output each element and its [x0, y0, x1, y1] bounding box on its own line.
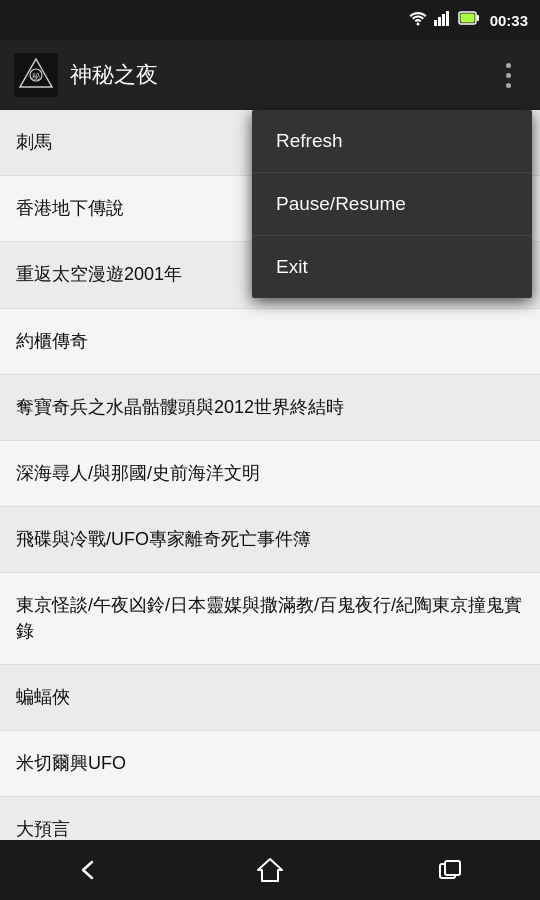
list-item[interactable]: 米切爾興UFO	[0, 731, 540, 797]
svg-rect-6	[460, 14, 474, 23]
list-item-text: 重返太空漫遊2001年	[16, 264, 182, 284]
list-item[interactable]: 大預言	[0, 797, 540, 840]
menu-item-pause-resume[interactable]: Pause/Resume	[252, 173, 532, 236]
svg-rect-5	[476, 15, 479, 21]
battery-icon	[458, 11, 480, 29]
list-item-text: 蝙蝠俠	[16, 687, 70, 707]
dot2	[506, 73, 511, 78]
list-item[interactable]: 蝙蝠俠	[0, 665, 540, 731]
svg-rect-0	[434, 20, 437, 26]
list-item[interactable]: 深海尋人/與那國/史前海洋文明	[0, 441, 540, 507]
nav-bar	[0, 840, 540, 900]
dropdown-menu: RefreshPause/ResumeExit	[252, 110, 532, 298]
dot3	[506, 83, 511, 88]
back-button[interactable]	[60, 850, 120, 890]
dot1	[506, 63, 511, 68]
svg-rect-13	[445, 861, 460, 875]
overflow-menu-button[interactable]	[490, 57, 526, 93]
status-icons: 00:33	[408, 10, 528, 30]
app-bar: 秘 神秘之夜	[0, 40, 540, 110]
svg-text:秘: 秘	[32, 72, 40, 81]
list-item-text: 大預言	[16, 819, 70, 839]
list-item[interactable]: 約櫃傳奇	[0, 309, 540, 375]
list-item[interactable]: 飛碟與冷戰/UFO專家離奇死亡事件簿	[0, 507, 540, 573]
svg-rect-2	[442, 14, 445, 26]
status-bar: 00:33	[0, 0, 540, 40]
time-display: 00:33	[490, 12, 528, 29]
list-item-text: 深海尋人/與那國/史前海洋文明	[16, 463, 260, 483]
app-title: 神秘之夜	[70, 60, 490, 90]
wifi-icon	[408, 10, 428, 30]
svg-rect-1	[438, 17, 441, 26]
list-item-text: 東京怪談/午夜凶鈴/日本靈媒與撒滿教/百鬼夜行/紀陶東京撞鬼實錄	[16, 595, 522, 640]
recents-button[interactable]	[420, 850, 480, 890]
list-item-text: 米切爾興UFO	[16, 753, 126, 773]
menu-item-refresh[interactable]: Refresh	[252, 110, 532, 173]
list-item-text: 約櫃傳奇	[16, 331, 88, 351]
list-item[interactable]: 東京怪談/午夜凶鈴/日本靈媒與撒滿教/百鬼夜行/紀陶東京撞鬼實錄	[0, 573, 540, 664]
list-item-text: 飛碟與冷戰/UFO專家離奇死亡事件簿	[16, 529, 311, 549]
app-logo: 秘	[14, 53, 58, 97]
list-item-text: 刺馬	[16, 132, 52, 152]
list-item-text: 香港地下傳說	[16, 198, 124, 218]
list-item[interactable]: 奪寶奇兵之水晶骷髏頭與2012世界終結時	[0, 375, 540, 441]
list-item-text: 奪寶奇兵之水晶骷髏頭與2012世界終結時	[16, 397, 344, 417]
menu-item-exit[interactable]: Exit	[252, 236, 532, 298]
svg-marker-11	[258, 859, 282, 881]
signal-icon	[434, 10, 452, 30]
svg-rect-3	[446, 11, 449, 26]
home-button[interactable]	[240, 850, 300, 890]
